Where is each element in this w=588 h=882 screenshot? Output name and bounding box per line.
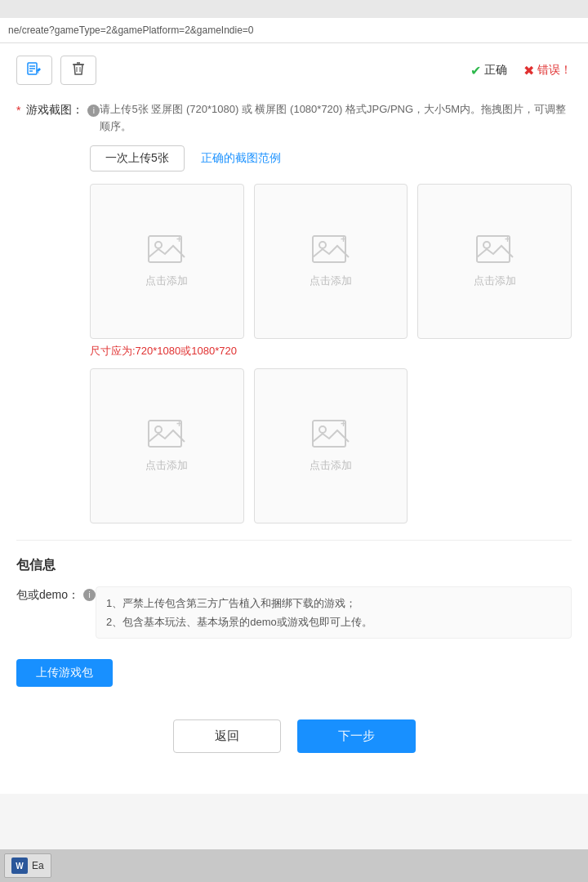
- word-icon-label: W: [16, 862, 23, 871]
- upload-btn-row: 一次上传5张 正确的截图范例: [90, 145, 572, 172]
- svg-point-9: [155, 242, 162, 248]
- error-icon: ✖: [523, 63, 534, 78]
- next-button[interactable]: 下一步: [297, 719, 416, 753]
- svg-text:+: +: [505, 234, 510, 245]
- toolbar-row: ✔ 正确 ✖ 错误！: [16, 51, 572, 89]
- example-link-text: 正确的截图范例: [201, 151, 281, 164]
- example-link[interactable]: 正确的截图范例: [201, 151, 281, 166]
- upload-section: 一次上传5张 正确的截图范例 + 点击添加: [90, 145, 572, 523]
- package-section-title: 包信息: [16, 557, 572, 574]
- upload-package-label: 上传游戏包: [36, 666, 93, 679]
- package-info-icon[interactable]: i: [83, 589, 96, 601]
- image-icon-5: +: [311, 419, 350, 452]
- package-label-text: 包或demo：: [16, 588, 79, 603]
- toolbar-left: [16, 56, 96, 85]
- bottom-actions: 返回 下一步: [16, 719, 572, 769]
- screenshot-slot-1-label: 点击添加: [145, 274, 188, 288]
- required-star: *: [16, 104, 20, 117]
- taskbar-word-item[interactable]: W Ea: [4, 853, 51, 878]
- image-icon-1: +: [147, 234, 186, 267]
- image-icon-2: +: [311, 234, 350, 267]
- status-error: ✖ 错误！: [523, 63, 572, 78]
- screenshot-slot-3[interactable]: + 点击添加: [417, 184, 572, 339]
- screenshot-slot-4[interactable]: + 点击添加: [90, 368, 244, 523]
- url-text: ne/create?gameType=2&gamePlatform=2&game…: [8, 24, 254, 36]
- correct-label: 正确: [484, 63, 507, 78]
- screenshot-description: 请上传5张 竖屏图 (588*882) 或 横屏图 (882*588) 格式…: [100, 101, 572, 136]
- batch-upload-button[interactable]: 一次上传5张: [90, 145, 185, 172]
- screenshot-slot-2-label: 点击添加: [310, 274, 352, 288]
- screenshot-label-text: 游戏截图：: [26, 103, 83, 118]
- error-label: 错误！: [537, 63, 572, 78]
- svg-text:+: +: [341, 419, 346, 430]
- delete-icon: [70, 60, 87, 81]
- screenshot-label: * 游戏截图： i: [16, 101, 100, 118]
- package-notes: 1、严禁上传包含第三方广告植入和捆绑下载的游戏； 2、包含基本玩法、基本场景的d…: [96, 586, 572, 639]
- url-bar: ne/create?gameType=2&gamePlatform=2&game…: [0, 18, 588, 43]
- screenshot-slot-4-label: 点击添加: [145, 458, 188, 473]
- svg-point-18: [155, 426, 162, 433]
- size-hint: 尺寸应为:720*1080或1080*720: [90, 344, 572, 359]
- svg-text:+: +: [176, 234, 182, 245]
- screenshot-form-row: * 游戏截图： i 请上传5张 竖屏图 (588*882) 或 横屏图 (10…: [16, 101, 572, 136]
- screenshot-slot-1[interactable]: + 点击添加: [90, 184, 244, 339]
- svg-point-15: [483, 242, 490, 248]
- package-note-1: 1、严禁上传包含第三方广告植入和捆绑下载的游戏；: [106, 594, 561, 612]
- screenshot-slot-2[interactable]: + 点击添加: [254, 184, 408, 339]
- delete-button[interactable]: [60, 56, 96, 85]
- section-divider: [16, 540, 572, 541]
- screenshot-slot-5[interactable]: + 点击添加: [254, 368, 408, 523]
- svg-point-12: [319, 242, 326, 248]
- screenshots-grid-top: + 点击添加 + 点击添加: [90, 184, 572, 339]
- image-icon-3: +: [475, 234, 514, 267]
- word-icon: W: [11, 858, 28, 874]
- top-bar: [0, 0, 588, 18]
- back-label: 返回: [215, 728, 239, 742]
- screenshot-slot-5-label: 点击添加: [310, 458, 352, 473]
- status-area: ✔ 正确 ✖ 错误！: [470, 63, 572, 78]
- taskbar: W Ea: [0, 849, 588, 882]
- svg-point-21: [319, 426, 326, 433]
- upload-package-button[interactable]: 上传游戏包: [16, 659, 113, 687]
- package-row: 包或demo： i 1、严禁上传包含第三方广告植入和捆绑下载的游戏； 2、包含基…: [16, 586, 572, 639]
- back-button[interactable]: 返回: [173, 719, 281, 753]
- next-label: 下一步: [338, 728, 375, 742]
- batch-upload-label: 一次上传5张: [105, 151, 169, 164]
- screenshot-info-icon[interactable]: i: [87, 105, 100, 117]
- svg-text:+: +: [341, 234, 346, 245]
- package-note-2: 2、包含基本玩法、基本场景的demo或游戏包即可上传。: [106, 612, 561, 631]
- svg-text:+: +: [176, 419, 182, 430]
- screenshots-grid-bottom: + 点击添加 + 点击添加: [90, 368, 572, 523]
- image-icon-4: +: [147, 419, 186, 452]
- edit-button[interactable]: [16, 56, 52, 85]
- main-content: ✔ 正确 ✖ 错误！ * 游戏截图： i 请上传5张 竖屏图 (588*882…: [0, 43, 588, 794]
- screenshot-slot-3-label: 点击添加: [474, 274, 516, 288]
- taskbar-doc-name: Ea: [32, 860, 44, 871]
- package-label: 包或demo： i: [16, 586, 96, 603]
- correct-icon: ✔: [470, 63, 481, 78]
- status-correct: ✔ 正确: [470, 63, 507, 78]
- edit-icon: [26, 60, 42, 81]
